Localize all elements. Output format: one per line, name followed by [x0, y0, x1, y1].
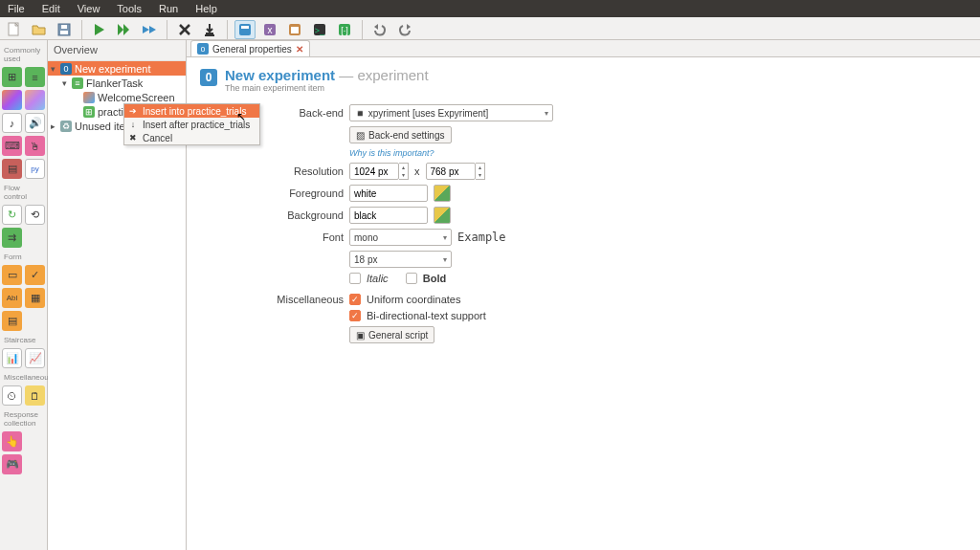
- form-mc-icon[interactable]: Abl: [2, 288, 22, 308]
- ctx-insert-after[interactable]: ↓Insert after practice_trials: [124, 118, 259, 131]
- ctx-cancel[interactable]: ✖Cancel: [124, 131, 259, 144]
- menubar: File Edit View Tools Run Help: [0, 0, 980, 17]
- toolbox-category: Response collection: [2, 408, 45, 429]
- foreground-field[interactable]: [349, 185, 428, 202]
- menu-run[interactable]: Run: [159, 3, 178, 14]
- form-text-display-icon[interactable]: ▦: [25, 288, 45, 308]
- backend-settings-button[interactable]: ▨Back-end settings: [349, 126, 452, 143]
- toolbox-category: Miscellaneous: [2, 371, 45, 383]
- item-toolbox: Commonly used ⊞≡ ♪🔊 ⌨🖱 ▤py Flow control …: [0, 40, 48, 550]
- coroutines-icon[interactable]: ⇉: [2, 228, 22, 248]
- script-icon: ▣: [356, 330, 365, 341]
- run-icon[interactable]: [89, 20, 110, 39]
- close-tab-icon[interactable]: ✕: [296, 44, 303, 55]
- one-tab-mode-icon[interactable]: [234, 20, 256, 39]
- svg-rect-3: [61, 25, 67, 29]
- background-color-button[interactable]: [434, 207, 451, 224]
- sketchpad-item-icon[interactable]: [2, 90, 22, 110]
- background-label: Background: [200, 209, 344, 221]
- save-icon[interactable]: [54, 20, 75, 39]
- svg-text:>_: >_: [315, 26, 325, 35]
- form-consent-icon[interactable]: ✓: [25, 265, 45, 285]
- quest-init-icon[interactable]: 📊: [2, 348, 22, 368]
- variable-inspector-icon[interactable]: x: [259, 20, 280, 39]
- run-window-icon[interactable]: [139, 20, 160, 39]
- tree-root-experiment[interactable]: ▾0New experiment: [48, 61, 186, 76]
- properties-header: 0 New experiment — experiment The main e…: [187, 57, 980, 97]
- quest-next-icon[interactable]: 📈: [25, 348, 45, 368]
- bidi-checkbox[interactable]: ✓: [349, 310, 361, 321]
- font-bold-checkbox[interactable]: [406, 273, 417, 284]
- toolbox-category: Flow control: [2, 182, 45, 202]
- tree-item-welcome[interactable]: WelcomeScreen: [48, 90, 186, 104]
- ctx-insert-into[interactable]: ➔Insert into practice_trials: [124, 104, 259, 118]
- open-file-icon[interactable]: [29, 20, 50, 39]
- feedback-item-icon[interactable]: [25, 90, 45, 110]
- font-family-select[interactable]: mono▾: [349, 229, 452, 246]
- menu-help[interactable]: Help: [195, 3, 217, 14]
- mouse-response-icon[interactable]: 🖱: [25, 136, 45, 156]
- undo-icon[interactable]: [369, 20, 390, 39]
- general-script-button[interactable]: ▣General script: [349, 326, 434, 343]
- menu-file[interactable]: File: [8, 3, 25, 14]
- arrow-right-icon: ➔: [128, 106, 138, 116]
- toolbox-category: Staircase: [2, 334, 45, 345]
- form-base-icon[interactable]: ▭: [2, 265, 22, 285]
- redo-icon[interactable]: [394, 20, 415, 39]
- loop-item-icon[interactable]: ⊞: [2, 67, 22, 87]
- svg-rect-7: [241, 26, 249, 29]
- joystick-icon[interactable]: 🎮: [2, 454, 22, 474]
- debug-window-icon[interactable]: >_: [309, 20, 330, 39]
- sequence-item-icon[interactable]: ≡: [25, 67, 45, 87]
- arrow-down-icon: ↓: [128, 120, 138, 129]
- font-size-select[interactable]: 18 px▾: [349, 251, 452, 268]
- kill-icon[interactable]: [174, 20, 195, 39]
- background-field[interactable]: [349, 207, 428, 224]
- notepad-icon[interactable]: 🗒: [25, 385, 45, 406]
- experiment-title[interactable]: New experiment — experiment: [225, 67, 429, 83]
- tab-general-properties[interactable]: 0 General properties ✕: [190, 40, 310, 56]
- keyboard-response-icon[interactable]: ⌨: [2, 136, 22, 156]
- experiment-subtitle: The main experiment item: [225, 83, 429, 93]
- main-toolbar: x >_ [·]: [0, 17, 980, 40]
- toolbox-category: Commonly used: [2, 44, 45, 64]
- svg-text:[·]: [·]: [341, 26, 348, 35]
- menu-view[interactable]: View: [78, 3, 100, 14]
- python-workspace-icon[interactable]: [·]: [334, 20, 355, 39]
- font-bold-label: Bold: [423, 273, 446, 284]
- tree-sequence[interactable]: ▾≡FlankerTask: [48, 76, 186, 90]
- inline-script-icon[interactable]: py: [25, 159, 45, 179]
- foreground-label: Foreground: [200, 187, 344, 199]
- resolution-label: Resolution: [200, 165, 344, 177]
- experiment-icon: 0: [200, 69, 217, 86]
- backend-select[interactable]: ◾ xpyriment [uses Expyriment]▾: [349, 104, 553, 121]
- tab-label: General properties: [212, 44, 292, 55]
- sampler-item-icon[interactable]: ♪: [2, 113, 22, 133]
- foreground-color-button[interactable]: [434, 185, 451, 202]
- svg-rect-6: [239, 24, 251, 35]
- form-text-input-icon[interactable]: ▤: [2, 311, 22, 331]
- touch-response-icon[interactable]: 👆: [2, 431, 22, 451]
- repeat-cycle-icon[interactable]: ↻: [2, 205, 22, 225]
- properties-panel: 0 General properties ✕ 0 New experiment …: [187, 40, 980, 550]
- interrupt-icon[interactable]: [199, 20, 220, 39]
- font-italic-checkbox[interactable]: [349, 273, 361, 284]
- file-pool-icon[interactable]: [284, 20, 305, 39]
- advanced-delay-icon[interactable]: ⏲: [2, 385, 22, 406]
- synth-item-icon[interactable]: 🔊: [25, 113, 45, 133]
- overview-title: Overview: [48, 40, 186, 61]
- resolution-height-field[interactable]: ▴▾: [426, 163, 485, 180]
- toolbox-category: Form: [2, 251, 45, 262]
- bidi-label: Bi-directional-text support: [367, 310, 486, 321]
- uniform-coords-checkbox[interactable]: ✓: [349, 294, 361, 305]
- resolution-width-field[interactable]: ▴▾: [349, 163, 409, 180]
- x-label: x: [414, 165, 420, 177]
- new-file-icon[interactable]: [4, 20, 25, 39]
- menu-edit[interactable]: Edit: [42, 3, 60, 14]
- backend-hint-link[interactable]: Why is this important?: [349, 148, 434, 158]
- run-quick-icon[interactable]: [114, 20, 135, 39]
- insert-context-menu: ➔Insert into practice_trials ↓Insert aft…: [123, 103, 260, 145]
- logger-item-icon[interactable]: ▤: [2, 159, 22, 179]
- reset-feedback-icon[interactable]: ⟲: [25, 205, 45, 225]
- menu-tools[interactable]: Tools: [117, 3, 142, 14]
